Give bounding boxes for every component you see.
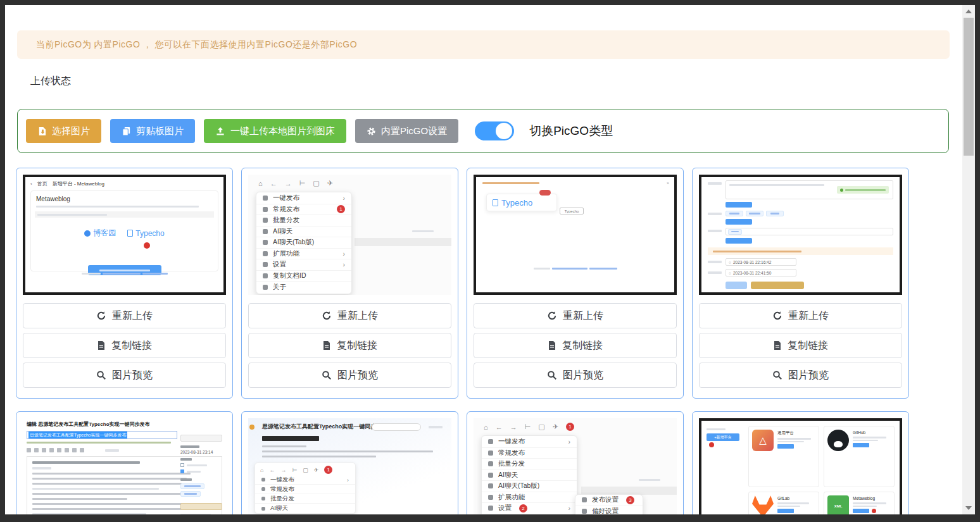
preview-label: 图片预览 xyxy=(788,369,829,382)
gear-icon xyxy=(263,262,268,267)
upload-toolbar: 选择图片 剪贴板图片 一键上传本地图片到图床 内置PicGO设置 切换PicGO… xyxy=(17,109,949,153)
category-checkbox-row xyxy=(180,469,222,473)
chat-icon xyxy=(488,473,493,478)
red-dot-badge xyxy=(709,442,714,447)
thumbnail-metaweblog-settings[interactable]: ‹ 首页 新增平台 - Metaweblog Metaweblog 博客园 Ty… xyxy=(23,175,226,295)
gear-icon xyxy=(488,506,493,511)
scroll-up-arrow[interactable] xyxy=(962,5,975,18)
menu-item: 设置2› xyxy=(482,503,577,514)
field-label xyxy=(708,213,722,215)
reupload-button[interactable]: 重新上传 xyxy=(474,303,677,328)
mock-footer-links xyxy=(534,268,617,270)
reupload-button[interactable]: 重新上传 xyxy=(23,303,226,328)
copy-link-button[interactable]: 复制链接 xyxy=(474,333,677,358)
text-line xyxy=(731,231,739,233)
mock-warning-strip xyxy=(708,247,893,255)
mock-paragraph xyxy=(262,445,445,458)
mock-platform-links: 博客园 Typecho xyxy=(36,228,213,239)
copy-link-button[interactable]: 复制链接 xyxy=(699,333,902,358)
text-line xyxy=(729,213,739,214)
text-line xyxy=(726,293,739,295)
clock-icon: ○ xyxy=(729,271,731,275)
triangle-up-icon xyxy=(965,9,972,13)
upload-local-button[interactable]: 一键上传本地图片到图床 xyxy=(204,119,346,143)
mock-info-strip xyxy=(35,211,214,218)
menu-item: 常规发布 xyxy=(255,485,355,494)
scrollbar-thumb[interactable] xyxy=(964,18,974,156)
copy-link-button[interactable]: 复制链接 xyxy=(23,333,226,358)
publish-plane-icon: ✈ xyxy=(553,423,558,431)
text-line xyxy=(32,483,182,485)
copy-link-button[interactable]: 复制链接 xyxy=(248,333,451,358)
text-line xyxy=(32,467,51,469)
reupload-button[interactable]: 重新上传 xyxy=(699,303,902,328)
text-line xyxy=(187,464,207,466)
thumbnail-menu-screenshot[interactable]: ⌂ ← → ⊢ ▢ ✈ 一键发布› 常规发布1 批量分发 AI聊天 AI聊天(T… xyxy=(248,175,451,295)
vertical-scrollbar[interactable] xyxy=(962,5,975,514)
text-line xyxy=(32,473,191,475)
picgo-type-toggle[interactable] xyxy=(475,121,514,140)
close-icon: × xyxy=(667,181,669,185)
forward-icon: → xyxy=(510,423,517,431)
mock-page-text-fragment xyxy=(639,479,660,481)
cnblogs-icon xyxy=(84,230,91,237)
thumbnail-platforms-page[interactable]: +新增平台 △ 通用平台 GitHu xyxy=(699,418,902,514)
link-icon xyxy=(42,448,46,452)
pen-icon xyxy=(488,451,493,456)
preview-button[interactable]: 图片预览 xyxy=(699,363,902,388)
text-line xyxy=(482,182,539,184)
mock-right-sidebar: 2023-08-31 23:14 xyxy=(180,435,222,514)
clipboard-image-button[interactable]: 剪贴板图片 xyxy=(110,119,195,143)
preview-button[interactable]: 图片预览 xyxy=(474,363,677,388)
back-icon: ← xyxy=(270,180,277,187)
refresh-icon xyxy=(96,311,106,321)
orange-dot-icon xyxy=(249,425,254,430)
window-icon: ▢ xyxy=(303,467,308,473)
home-icon: ⌂ xyxy=(260,467,263,473)
preview-button[interactable]: 图片预览 xyxy=(248,363,451,388)
mock-editor-toolbar: ⌂ ← → ⊢ ▢ ✈ xyxy=(248,175,451,189)
platform-name: 通用平台 xyxy=(777,430,815,436)
tag-chip xyxy=(766,211,784,216)
menu-item: 批量分发 xyxy=(256,215,351,227)
mock-platform-card: GitLab xyxy=(748,492,819,514)
publish-time-row: ○2023-08-31 22:16:42 xyxy=(708,258,893,266)
preview-button[interactable]: 图片预览 xyxy=(23,363,226,388)
platform-name: Metaweblog xyxy=(853,496,891,500)
menu-item: 关于 xyxy=(256,282,351,293)
thumbnail-typecho-page[interactable]: × Typecho Typecho xyxy=(474,175,677,295)
scroll-down-arrow[interactable] xyxy=(962,502,975,514)
arrows-icon xyxy=(488,461,493,466)
field-label xyxy=(708,271,722,274)
upload-local-label: 一键上传本地图片到图床 xyxy=(230,125,335,137)
category-checkbox-row xyxy=(180,463,222,467)
text-line xyxy=(103,273,141,275)
home-icon: ⌂ xyxy=(484,423,488,431)
tag-chip xyxy=(180,491,201,497)
thumbnail-editor-page[interactable]: 编辑 思源笔记发布工具配置Typecho实现一键同步发布 思源笔记发布工具配置T… xyxy=(23,418,226,514)
thumbnail-doc-page[interactable]: 思源笔记发布工具配置Typecho实现一键同步发布 ⌂ ← → xyxy=(248,418,451,514)
select-image-button[interactable]: 选择图片 xyxy=(26,119,101,143)
chat-tab-icon xyxy=(263,240,268,245)
chevron-right-icon: › xyxy=(343,194,346,202)
mock-tags-row xyxy=(708,211,893,216)
reupload-label: 重新上传 xyxy=(563,309,603,323)
clock-icon: ○ xyxy=(729,260,731,264)
mock-add-platform-button: +新增平台 xyxy=(707,433,739,441)
mock-publish-menu: 一键发布› 常规发布1 批量分发 AI聊天 AI聊天(Tab版) 扩展功能› 设… xyxy=(256,192,352,294)
mock-cancel-button xyxy=(726,282,747,289)
thumbnail-publish-form[interactable]: ○2023-08-31 22:16:42 ○2023-08-31 22:41:5… xyxy=(699,175,902,295)
typecho-brand: Typecho xyxy=(501,198,532,208)
upload-status-heading: 上传状态 xyxy=(30,75,71,88)
text-line xyxy=(777,441,804,443)
menu-item: 一键发布› xyxy=(482,437,577,448)
mock-doc-page: 思源笔记发布工具配置Typecho实现一键同步发布 ⌂ ← → xyxy=(248,418,451,514)
step-badge: 3 xyxy=(626,496,634,504)
picgo-settings-button[interactable]: 内置PicGO设置 xyxy=(355,119,458,143)
chat-icon xyxy=(261,507,265,511)
forward-icon: → xyxy=(280,467,286,473)
thumbnail-menu-steps-screenshot[interactable]: ⌂ ← → ⊢ ▢ ✈ 1 一键发布› 常规发布 批量分发 AI聊天 AI聊天(… xyxy=(474,418,677,514)
reupload-button[interactable]: 重新上传 xyxy=(248,303,451,328)
field-label xyxy=(708,182,722,185)
mock-platform-card: XML Metaweblog xyxy=(824,492,895,514)
